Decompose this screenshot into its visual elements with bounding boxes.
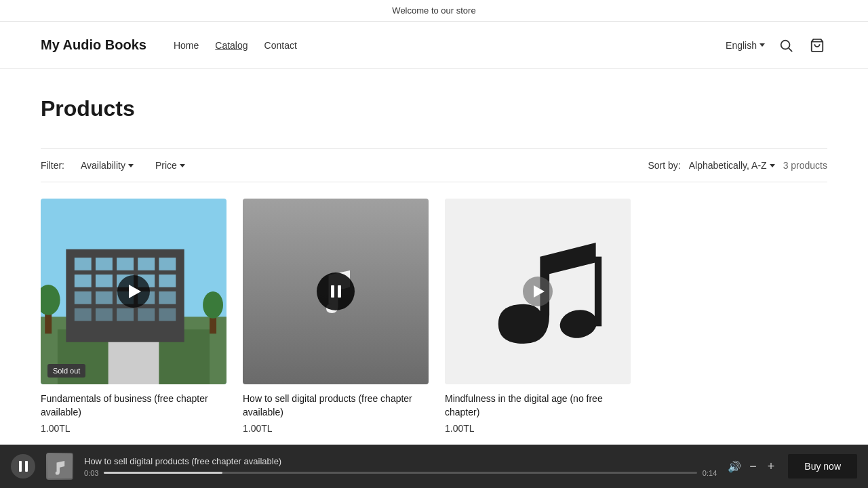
product-name-2: How to sell digital products (free chapt…: [243, 392, 429, 419]
player-track-name: How to sell digital products (free chapt…: [84, 456, 717, 466]
product-price-3: 1.00TL: [445, 423, 631, 434]
product-price-2: 1.00TL: [243, 423, 429, 434]
product-grid: Sold out Fundamentals of business (free …: [41, 199, 631, 434]
audio-player: How to sell digital products (free chapt…: [0, 445, 868, 488]
volume-icon: 🔊: [728, 460, 741, 473]
player-pause-icon: [19, 461, 28, 472]
page-title: Products: [41, 96, 827, 121]
player-progress-row: 0:03 0:14: [84, 469, 717, 477]
search-icon: [778, 38, 793, 53]
player-center: How to sell digital products (free chapt…: [84, 456, 717, 477]
language-selector[interactable]: English: [726, 40, 765, 51]
player-progress-bar[interactable]: [104, 472, 696, 474]
svg-rect-22: [159, 291, 176, 304]
price-filter[interactable]: Price: [150, 157, 191, 174]
play-button-1[interactable]: [117, 275, 150, 308]
site-logo[interactable]: My Audio Books: [41, 37, 146, 53]
svg-rect-27: [159, 308, 176, 321]
availability-chevron-icon: [128, 164, 134, 167]
main-content: Products Filter: Availability Price Sort…: [0, 69, 868, 488]
svg-rect-10: [117, 258, 134, 270]
search-button[interactable]: [776, 35, 796, 56]
play-triangle-icon-3: [534, 285, 545, 298]
play-button-3[interactable]: [523, 277, 553, 306]
products-count: 3 products: [783, 160, 827, 171]
header-actions: English: [726, 35, 827, 56]
play-triangle-icon: [129, 285, 141, 298]
sort-select[interactable]: Alphabetically, A-Z: [689, 160, 775, 171]
svg-rect-12: [159, 258, 176, 270]
nav-home[interactable]: Home: [174, 40, 199, 51]
player-volume: 🔊 − +: [728, 460, 777, 474]
cart-icon: [810, 38, 825, 53]
filter-left: Filter: Availability Price: [41, 157, 191, 174]
product-image-3: [445, 199, 631, 384]
product-card-3[interactable]: Mindfulness in the digital age (no free …: [445, 199, 631, 434]
product-card-1[interactable]: Sold out Fundamentals of business (free …: [41, 199, 226, 434]
nav-catalog[interactable]: Catalog: [215, 40, 248, 51]
price-label: Price: [155, 160, 177, 171]
buy-now-button[interactable]: Buy now: [788, 454, 857, 479]
player-pause-button[interactable]: [11, 454, 35, 479]
sort-label: Sort by:: [648, 160, 680, 171]
product-image-1: Sold out: [41, 199, 226, 384]
svg-line-1: [789, 48, 792, 52]
svg-rect-24: [96, 308, 113, 321]
svg-rect-13: [75, 274, 92, 287]
svg-rect-17: [159, 274, 176, 287]
pause-icon: [331, 285, 341, 298]
svg-point-31: [203, 291, 223, 319]
product-price-1: 1.00TL: [41, 423, 226, 434]
svg-rect-26: [138, 308, 155, 321]
product-name-3: Mindfulness in the digital age (no free …: [445, 392, 631, 419]
language-chevron-icon: [760, 43, 765, 47]
svg-rect-19: [96, 291, 113, 304]
svg-rect-11: [138, 258, 155, 270]
banner-text: Welcome to our store: [392, 5, 475, 16]
svg-rect-8: [75, 258, 92, 270]
svg-point-0: [781, 40, 790, 49]
price-chevron-icon: [180, 164, 185, 167]
nav-contact[interactable]: Contact: [264, 40, 297, 51]
player-progress-fill: [104, 472, 222, 474]
sort-value: Alphabetically, A-Z: [689, 160, 767, 171]
player-thumb-icon: [47, 454, 72, 479]
volume-decrease-button[interactable]: −: [747, 460, 760, 474]
top-banner: Welcome to our store: [0, 0, 868, 22]
pause-button-2[interactable]: [317, 272, 355, 310]
volume-increase-button[interactable]: +: [765, 460, 778, 474]
product-card-2[interactable]: How to sell digital products (free chapt…: [243, 199, 429, 434]
player-current-time: 0:03: [84, 469, 98, 477]
filter-label: Filter:: [41, 160, 64, 171]
svg-rect-9: [96, 258, 113, 270]
main-nav: Home Catalog Contact: [174, 40, 726, 51]
sort-chevron-icon: [770, 164, 775, 167]
product-name-1: Fundamentals of business (free chapter a…: [41, 392, 226, 419]
sold-out-badge: Sold out: [47, 364, 85, 378]
language-label: English: [726, 40, 757, 51]
product-image-2: [243, 199, 429, 384]
cart-button[interactable]: [807, 35, 827, 56]
svg-rect-18: [75, 291, 92, 304]
player-thumbnail: [46, 453, 73, 480]
filter-right: Sort by: Alphabetically, A-Z 3 products: [648, 160, 827, 171]
svg-rect-33: [595, 257, 601, 327]
filter-bar: Filter: Availability Price Sort by: Alph…: [41, 148, 827, 182]
availability-filter[interactable]: Availability: [75, 157, 139, 174]
svg-point-32: [557, 307, 599, 341]
availability-label: Availability: [81, 160, 125, 171]
svg-rect-14: [96, 274, 113, 287]
svg-rect-25: [117, 308, 134, 321]
header: My Audio Books Home Catalog Contact Engl…: [0, 22, 868, 69]
svg-rect-23: [75, 308, 92, 321]
player-total-time: 0:14: [703, 469, 717, 477]
